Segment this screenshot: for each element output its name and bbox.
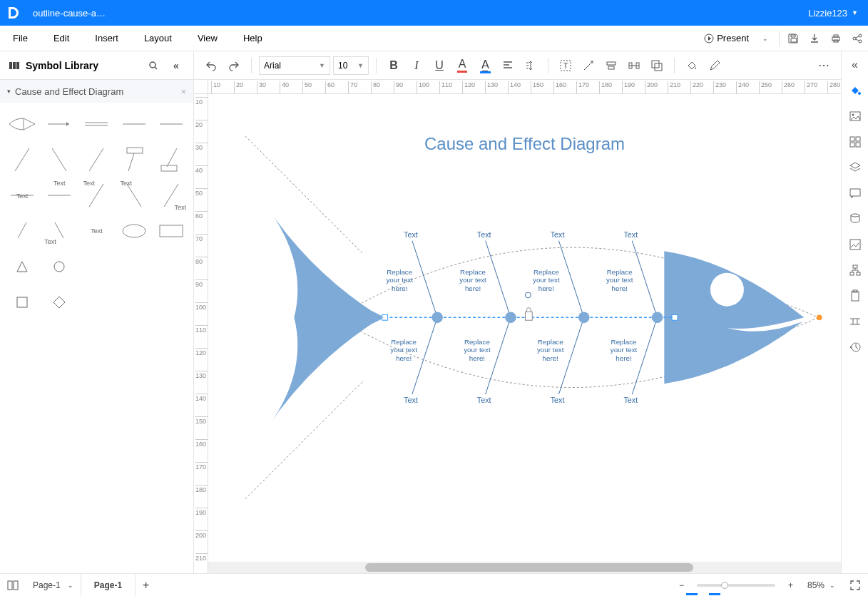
bone-line[interactable] [486, 241, 511, 318]
zoom-level[interactable]: 85%⌄ [800, 574, 842, 596]
shape-hline2[interactable] [155, 108, 188, 140]
shape-double-line[interactable] [80, 108, 113, 140]
group-button[interactable] [647, 56, 667, 76]
menu-view[interactable]: View [185, 26, 230, 51]
cause-text[interactable]: here! [469, 354, 485, 362]
collapse-sidebar-button[interactable]: « [168, 57, 185, 74]
cause-text[interactable]: your text [606, 276, 633, 284]
shape-text-diag2[interactable]: Text [118, 180, 150, 211]
cause-text[interactable]: your text [533, 276, 560, 284]
connector-button[interactable] [578, 56, 598, 76]
shape-rect[interactable] [155, 215, 188, 247]
cause-text[interactable]: your text [459, 276, 486, 284]
diagram-title[interactable]: Cause and Effect Diagram [208, 134, 841, 154]
bone-category[interactable]: Text [623, 396, 638, 404]
page-tab-active[interactable]: Page-1 [81, 574, 136, 596]
shape-box-line[interactable] [118, 144, 150, 175]
align-objects-button[interactable] [601, 56, 621, 76]
spine-node[interactable] [505, 312, 516, 323]
text-tool-button[interactable]: T [556, 56, 576, 76]
print-button[interactable] [825, 28, 847, 49]
shape-square[interactable] [6, 287, 39, 318]
canvas[interactable]: 1020304050607080901001101201301401501601… [194, 80, 841, 573]
cause-text[interactable]: your text [390, 346, 417, 354]
cause-text[interactable]: Replace [538, 338, 563, 346]
scrollbar-thumb[interactable] [365, 563, 693, 572]
shape-text-line1[interactable]: Text [6, 180, 39, 211]
fill-color-button[interactable] [682, 56, 702, 76]
library-category[interactable]: ▾ Cause and Effect Diagram × [0, 80, 193, 103]
cause-text[interactable]: here! [465, 284, 481, 292]
bone-category[interactable]: Text [404, 396, 418, 404]
cause-text[interactable]: here! [616, 354, 631, 362]
bone-line[interactable] [558, 317, 583, 394]
present-dropdown[interactable]: ⌄ [755, 28, 776, 49]
highlight-button[interactable]: A̲ [475, 56, 495, 76]
cause-text[interactable]: here! [543, 354, 558, 362]
line-color-button[interactable] [705, 56, 725, 76]
bone-line[interactable] [486, 317, 511, 394]
align-button[interactable] [498, 56, 518, 76]
font-family-select[interactable]: Arial▼ [259, 56, 330, 75]
cause-text[interactable]: here! [396, 354, 412, 362]
comments-panel-button[interactable] [844, 183, 866, 204]
data-panel-button[interactable] [844, 208, 866, 230]
present-button[interactable]: Present [698, 33, 755, 43]
fullscreen-button[interactable] [842, 574, 868, 596]
page-dropdown[interactable]: Page-1⌄ [26, 574, 81, 596]
shape-diag3[interactable] [80, 144, 113, 175]
spine-node[interactable] [652, 312, 663, 323]
export-button[interactable] [804, 28, 825, 49]
zoom-in-button[interactable]: + [781, 574, 800, 596]
spine-node[interactable] [578, 312, 590, 323]
share-button[interactable] [847, 28, 868, 49]
shape-diag-small[interactable] [6, 215, 39, 247]
bone-category[interactable]: Text [404, 230, 418, 239]
bone-category[interactable]: Text [623, 230, 638, 239]
fish-tail[interactable] [266, 206, 384, 429]
fish-head[interactable] [664, 251, 804, 384]
italic-button[interactable]: I [407, 56, 427, 76]
spine-node[interactable] [432, 312, 443, 323]
cause-text[interactable]: Replace [391, 338, 417, 346]
bone-category[interactable]: Text [477, 230, 491, 239]
more-button[interactable]: ⋯ [814, 56, 834, 76]
bone-line[interactable] [632, 241, 657, 318]
shape-hline[interactable] [118, 108, 150, 140]
shape-text-diag4[interactable]: Text [43, 215, 76, 247]
menu-edit[interactable]: Edit [41, 26, 82, 51]
bold-button[interactable]: B [384, 56, 404, 76]
zoom-slider[interactable] [697, 584, 775, 587]
shape-triangle[interactable] [6, 251, 39, 282]
cause-text[interactable]: Replace [460, 268, 486, 276]
bone-line[interactable] [412, 241, 437, 318]
endpoint-marker[interactable] [817, 314, 822, 320]
menu-insert[interactable]: Insert [82, 26, 131, 51]
cause-text[interactable]: your text [386, 276, 413, 284]
cause-text[interactable]: Replace [607, 268, 633, 276]
bone-category[interactable]: Text [477, 396, 491, 404]
shape-ellipse[interactable] [118, 215, 150, 247]
expand-panel-button[interactable]: « [844, 54, 866, 76]
menu-file[interactable]: File [0, 26, 41, 51]
menu-help[interactable]: Help [230, 26, 275, 51]
font-color-button[interactable]: A [452, 56, 472, 76]
selection-handle[interactable] [382, 314, 388, 320]
cause-text[interactable]: Replace [387, 268, 412, 276]
save-button[interactable] [782, 28, 804, 49]
redo-button[interactable] [224, 56, 244, 76]
fishbone-diagram[interactable]: TextReplaceyour texthere!TextReplaceyour… [208, 94, 841, 562]
distribute-button[interactable] [624, 56, 644, 76]
cause-text[interactable]: here! [392, 284, 407, 292]
menu-layout[interactable]: Layout [131, 26, 185, 51]
shape-text-line2[interactable]: Text [43, 180, 76, 211]
grid-panel-button[interactable] [844, 131, 866, 153]
bone-line[interactable] [632, 317, 657, 394]
shape-fishhead[interactable] [6, 108, 39, 140]
undo-button[interactable] [201, 56, 221, 76]
insert-panel-button[interactable] [844, 234, 866, 255]
page-list-button[interactable] [0, 574, 26, 596]
bone-category[interactable]: Text [551, 230, 565, 239]
bone-line[interactable] [558, 241, 583, 318]
cause-text[interactable]: here! [612, 284, 628, 292]
